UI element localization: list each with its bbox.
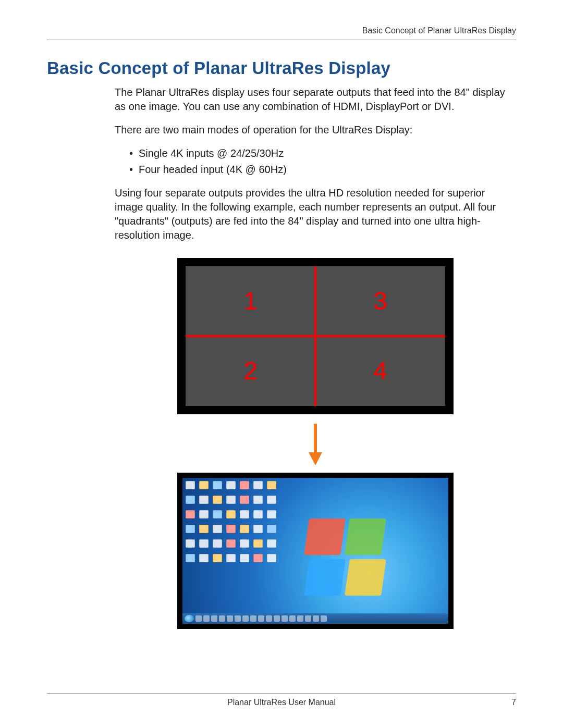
quadrant-2: 2 bbox=[186, 336, 315, 406]
quadrant-3: 3 bbox=[315, 266, 445, 336]
quadrant-1: 1 bbox=[186, 266, 315, 336]
quadrant-4: 4 bbox=[315, 336, 445, 406]
intro-paragraph: The Planar UltraRes display uses four se… bbox=[115, 85, 516, 114]
footer-title: Planar UltraRes User Manual bbox=[47, 698, 516, 707]
divider-horizontal bbox=[186, 335, 445, 337]
figure-stack: 1 3 2 4 bbox=[115, 258, 516, 629]
arrow-down-icon bbox=[308, 424, 323, 465]
body-column: The Planar UltraRes display uses four se… bbox=[115, 85, 516, 629]
start-button-icon bbox=[185, 615, 194, 622]
taskbar bbox=[182, 613, 448, 624]
explanation-paragraph: Using four separate outputs provides the… bbox=[115, 186, 516, 242]
desktop-icons bbox=[186, 481, 277, 566]
svg-marker-1 bbox=[309, 452, 322, 465]
quadrant-display: 1 3 2 4 bbox=[177, 258, 454, 414]
modes-intro: There are two main modes of operation fo… bbox=[115, 123, 516, 137]
result-display bbox=[177, 473, 454, 629]
list-item: Single 4K inputs @ 24/25/30Hz bbox=[129, 146, 516, 161]
running-header: Basic Concept of Planar UltraRes Display bbox=[47, 26, 516, 40]
list-item: Four headed input (4K @ 60Hz) bbox=[129, 163, 516, 177]
page-footer: Planar UltraRes User Manual 7 bbox=[47, 693, 516, 707]
modes-list: Single 4K inputs @ 24/25/30Hz Four heade… bbox=[115, 146, 516, 177]
page-title: Basic Concept of Planar UltraRes Display bbox=[47, 58, 516, 78]
windows-desktop bbox=[182, 478, 448, 624]
windows-logo-icon bbox=[307, 519, 390, 602]
page-number: 7 bbox=[511, 698, 516, 707]
